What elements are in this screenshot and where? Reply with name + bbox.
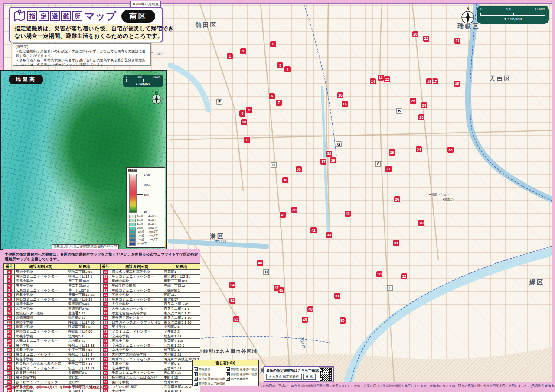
facility-row: 8道徳小学校道徳新町5-43 — [4, 302, 102, 307]
facility-name: 大同大学 — [111, 389, 163, 392]
facility-name: 大同大学大同高等学校 — [111, 352, 163, 357]
facility-number-badge: 48 — [103, 362, 108, 366]
facility-number-badge: 19 — [7, 353, 12, 356]
inset-title: 地盤高 — [9, 75, 43, 84]
evac-site-marker-43: 43 — [345, 211, 351, 217]
facility-row: 7豊田コミュニティセンター豊田四丁目9-19 — [4, 297, 102, 302]
facility-address: 滝春町10-3 — [163, 389, 200, 392]
evac-site-marker-10: 10 — [241, 119, 247, 125]
facility-row: 16大磯コミュニティセンター北内町3-25 — [4, 338, 102, 343]
facility-name: 柴田小学校 — [111, 380, 163, 385]
office-name: 南土木事務所 — [231, 377, 248, 381]
facility-address: 豊田一丁目19-23 — [67, 292, 102, 297]
facility-address: 春日野町9-1 — [67, 371, 102, 376]
search-button: 検 索 — [303, 374, 316, 380]
facility-number-badge: 4 — [7, 284, 12, 288]
facility-number-badge: 42 — [103, 334, 108, 338]
evac-site-marker-6: 6 — [269, 93, 275, 99]
facility-name: 千鳥小学校 — [111, 361, 163, 366]
facility-name: 白水小学校 — [111, 348, 163, 353]
facility-address: 道徳新町5-43 — [67, 302, 102, 307]
facility-name: 笠東コミュニティセンター — [111, 297, 163, 302]
evac-site-marker-33: 33 — [447, 147, 454, 153]
facility-name: 南生涯学習センター — [111, 315, 163, 320]
facility-name: 大生ふれあいセンター — [111, 306, 163, 311]
facility-row: 31星崎学区公民館星崎一丁目52 — [101, 283, 200, 288]
elevation-legend: 標高値 170m100m30m4m 3m超4m以下2m超3m以下1m超2m以下0… — [126, 167, 165, 248]
facility-address: 平子二丁目7-14 — [67, 361, 102, 366]
facility-number-badge: 30 — [103, 279, 108, 283]
facility-row: 52柴田小学校白水町19 — [101, 380, 200, 385]
facility-address: 北内町5-1 — [67, 334, 102, 339]
inset-scalebar: 0 500 1,000m 1 : 25,000 — [123, 75, 163, 87]
column-header: 施設名称(■印) — [15, 264, 67, 270]
facility-number-badge: 35 — [103, 302, 108, 306]
qr-code — [319, 368, 333, 381]
evac-site-marker-13: 13 — [378, 75, 384, 81]
evac-site-marker-39: 39 — [330, 157, 336, 163]
title-char: 難 — [61, 11, 71, 21]
facility-row: 38南生涯学習センター東又兵ヱ町5-1-10 — [101, 315, 200, 320]
office-item: A南区役所 — [194, 367, 225, 372]
facility-address: 豊一丁目37-8 — [67, 288, 102, 293]
elevation-class: -3m超-2m以下 — [129, 238, 164, 242]
facility-name: 星崎学区公民館 — [111, 283, 163, 288]
facility-address: 呼続四丁目4-60 — [67, 329, 102, 334]
title-char: 定 — [39, 11, 49, 21]
evac-site-marker-29: 29 — [389, 149, 395, 156]
facility-address: 堤起町3-48 — [163, 334, 200, 339]
facility-name: 月日教おうかんみち教会本部 — [15, 361, 67, 366]
facility-address: 松下町2-1 — [163, 348, 200, 353]
facility-name: 春日野小学校 — [15, 371, 67, 376]
evac-site-marker-1: 1 — [227, 53, 233, 59]
facility-address: 中江一丁目4-52 — [67, 348, 102, 353]
facility-name: 桜台高等学校 — [15, 375, 67, 380]
facility-address: 駈上一丁目14-13 — [67, 366, 102, 371]
latest-info-box: 最新の指定避難所はこちらで確認。 名古屋市 指定避難所 検 索 — [264, 366, 334, 382]
elevation-class: 0m超1m以下 — [129, 226, 164, 230]
facility-name: 豊田小学校 — [15, 292, 67, 297]
water-topleft — [170, 65, 209, 110]
facility-row: 45白水小学校松下町2-1 — [101, 348, 200, 353]
office-item: B南消防署 — [194, 372, 225, 376]
facility-number-badge: 20 — [7, 357, 12, 361]
office-letter-badge: A — [194, 367, 198, 371]
facility-address: 元塩町1-20-6 — [163, 343, 200, 348]
facility-name: 桜小学校 — [15, 343, 67, 348]
evac-site-marker-23: 23 — [418, 114, 424, 120]
river-yamazaki — [468, 4, 552, 200]
facility-row: 54大同大学滝春町10-3 — [101, 389, 200, 392]
evac-site-marker-42: 42 — [310, 227, 317, 233]
office-name: 南消防署道徳出張所 — [231, 367, 257, 372]
facility-row: 6豊田小学校豊田一丁目19-23 — [4, 292, 102, 297]
svg-text:N: N — [155, 91, 158, 94]
elevation-class: 2m超3m以下 — [129, 218, 164, 222]
elevation-class: -1m超-0m以下 — [129, 230, 164, 234]
facility-address: 元鳴尾町1 — [163, 288, 200, 293]
facility-row: 19桜コミュニティセンター桜台二丁目15-4 — [4, 352, 102, 357]
description-line: (説明文) — [16, 45, 148, 49]
map-pin-icon — [13, 9, 26, 23]
facility-address: 霞町77 — [67, 380, 102, 385]
facility-name: つどいの館 和光 — [111, 384, 163, 389]
facility-number-badge: 47 — [103, 357, 108, 361]
ward-label: 緑区 — [529, 279, 544, 286]
facility-row: 20菊住小学校駈上一丁目12-37 — [4, 357, 102, 362]
facility-row: 29笠寺コミュニティセンター前浜通5丁目2-31 — [101, 274, 200, 279]
elevation-tick: 100m — [137, 185, 143, 185]
facility-number-badge: 11 — [7, 316, 12, 320]
evac-site-marker-52: 52 — [229, 298, 235, 304]
river-label: 大江川 — [215, 239, 227, 244]
facility-number-badge: 22 — [7, 366, 12, 370]
facility-row: 1明治小学校明治二丁目3-50 — [4, 270, 102, 275]
evac-site-marker-41: 41 — [280, 212, 286, 218]
evac-site-marker-24: 24 — [421, 102, 427, 108]
facility-name: 笠東小学校 — [111, 292, 163, 297]
facility-address: 西又兵ヱ町3-76 — [163, 302, 200, 307]
elevation-class: 3m超4m以下 — [129, 214, 164, 218]
facility-row: 47白水コミュニティセンター鳴尾町字丹後江3023-3 — [101, 357, 200, 362]
evac-site-marker-46: 46 — [257, 260, 263, 266]
facility-number-badge: 14 — [7, 330, 12, 334]
facility-number-badge: 41 — [103, 330, 108, 334]
offices-title: 官公署(□印) — [193, 360, 258, 366]
